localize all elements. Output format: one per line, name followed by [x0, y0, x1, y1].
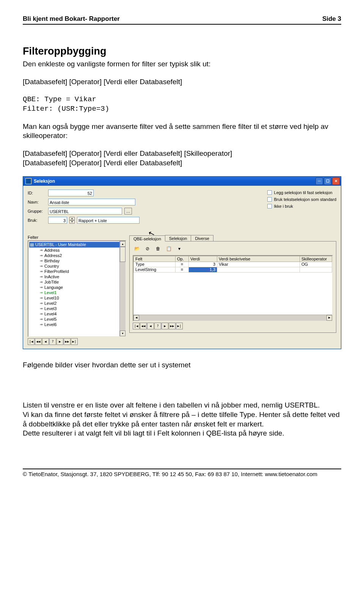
check-label-3: Ikke i bruk — [274, 204, 293, 208]
col-op[interactable]: Op. — [176, 256, 189, 262]
col-felt[interactable]: Felt — [134, 256, 176, 262]
tab-strip: QBE-seleksjon Seleksjon Diverse — [129, 235, 336, 241]
close-button[interactable]: ✕ — [332, 177, 340, 185]
grid-row[interactable]: LevelString = 1,3 — [134, 267, 332, 272]
nav-last-button[interactable]: ▶| — [176, 323, 183, 329]
page-header: Bli kjent med Bokart- Rapporter Side 3 — [23, 15, 341, 25]
minimize-button[interactable]: ─ — [315, 177, 323, 185]
tree-item[interactable]: ⇒Level10 — [29, 295, 125, 301]
delete-icon[interactable]: 🗑 — [154, 245, 162, 253]
syntax-line-2a: [Databasefelt] [Operator] [Verdi eller D… — [23, 149, 341, 158]
tree-scrollbar[interactable]: ▲ ▼ — [119, 241, 126, 336]
nav-prev-page-button[interactable]: ◀◀ — [140, 323, 147, 329]
syntax-line-2b: [Databasefelt] [Operator] [Verdi eller D… — [23, 158, 341, 168]
filter-icon[interactable]: ▾ — [175, 245, 184, 253]
tree-item[interactable]: ⇒Address2 — [29, 253, 125, 258]
tree-root-usertbl[interactable]: ▤ USERTBL - User Maintable — [29, 242, 125, 248]
check-label-2: Bruk tekstseleksjon som standard — [274, 197, 336, 202]
tree-item[interactable]: ⇒Level1 — [29, 290, 125, 295]
table-icon: ▤ — [30, 242, 34, 247]
tree-item[interactable]: ⇒Language — [29, 285, 125, 290]
check-tekstseleksjon[interactable] — [267, 197, 272, 202]
id-label: ID: — [28, 191, 46, 195]
nav-prev-button[interactable]: ◀ — [147, 323, 154, 329]
nav-next-page-button[interactable]: ▶▶ — [64, 338, 71, 345]
app-icon — [25, 178, 31, 184]
scroll-thumb[interactable] — [120, 247, 126, 262]
header-left: Bli kjent med Bokart- Rapporter — [23, 15, 120, 23]
nav-query-button[interactable]: ? — [49, 338, 56, 345]
header-right: Side 3 — [322, 15, 341, 23]
gruppe-input[interactable]: USERTBL — [48, 208, 122, 215]
filter-line: Filter: (USR:Type=3) — [23, 104, 341, 114]
nav-last-button[interactable]: ▶| — [71, 338, 78, 345]
section-title: Filteroppbygging — [23, 45, 341, 57]
qbe-toolbar: 📂 ⊘ 🗑 📋 ▾ — [133, 245, 333, 253]
scroll-left-button[interactable]: ◀ — [133, 315, 139, 321]
tree-item[interactable]: ⇒FilterProfileId — [29, 269, 125, 274]
tree-item[interactable]: ⇒Level5 — [29, 317, 125, 322]
grid-h-scrollbar[interactable]: ◀ ▶ — [133, 315, 332, 321]
body-final-2: Dette resulterer i at valgt felt vil bli… — [23, 429, 341, 438]
scroll-up-button[interactable]: ▲ — [120, 241, 126, 247]
navn-input[interactable]: Ansat-liste — [48, 199, 135, 205]
seleksjon-window: Seleksjon ─ ☐ ✕ ↖ ID: 52 Navn: Ansat-lis… — [23, 176, 341, 349]
syntax-line-1: [Databasefelt] [Operator] [Verdi eller D… — [23, 77, 341, 87]
tree-item[interactable]: ⇒JobTitle — [29, 279, 125, 285]
bruk-spinner[interactable]: ▲▼ — [69, 217, 75, 224]
after-image-text: Følgende bilder viser hvordan dette ser … — [23, 361, 341, 370]
tree-item[interactable]: ⇒Level2 — [29, 301, 125, 306]
tree-item[interactable]: ⇒Level6 — [29, 322, 125, 327]
maximize-button[interactable]: ☐ — [324, 177, 331, 185]
tree-item[interactable]: ⇒Country — [29, 263, 125, 269]
qbe-grid[interactable]: Felt Op. Verdi Verdi beskrivelse Skilleo… — [133, 255, 333, 321]
fields-tree[interactable]: ▤ USERTBL - User Maintable ⇒Address ⇒Add… — [28, 240, 126, 337]
tree-item[interactable]: ⇒Address — [29, 248, 125, 253]
tree-nav-bar: |◀ ◀◀ ◀ ? ▶ ▶▶ ▶| — [28, 338, 126, 345]
gruppe-browse-button[interactable]: … — [124, 208, 132, 215]
nav-first-button[interactable]: |◀ — [133, 323, 140, 329]
bruk-number-input[interactable]: 3 — [48, 217, 67, 224]
open-icon[interactable]: 📂 — [133, 245, 141, 253]
nav-next-button[interactable]: ▶ — [56, 338, 63, 345]
tree-root-label: USERTBL - User Maintable — [35, 242, 86, 247]
scroll-right-button[interactable]: ▶ — [326, 315, 332, 321]
col-besk[interactable]: Verdi beskrivelse — [217, 256, 300, 262]
intro-text: Den enkleste og vanligste formen for fil… — [23, 60, 341, 69]
nav-first-button[interactable]: |◀ — [28, 338, 35, 345]
nav-next-page-button[interactable]: ▶▶ — [169, 323, 176, 329]
nav-prev-page-button[interactable]: ◀◀ — [35, 338, 42, 345]
nav-next-button[interactable]: ▶ — [162, 323, 168, 329]
list-paragraph: Listen til venstre er en liste over alt … — [23, 401, 341, 410]
window-title: Seleksjon — [34, 179, 315, 184]
tree-item[interactable]: ⇒Level3 — [29, 306, 125, 311]
body-final-1: Vi kan da finne det første feltet vi øns… — [23, 410, 341, 429]
grid-nav-bar: |◀ ◀◀ ◀ ? ▶ ▶▶ ▶| — [133, 323, 183, 329]
col-verdi[interactable]: Verdi — [189, 256, 217, 262]
tree-item[interactable]: ⇒InActive — [29, 274, 125, 279]
qbe-line: QBE: Type = Vikar — [23, 95, 341, 104]
check-ikke-i-bruk[interactable] — [267, 204, 272, 208]
title-bar: Seleksjon ─ ☐ ✕ — [23, 177, 341, 186]
nav-prev-button[interactable]: ◀ — [42, 338, 49, 345]
nav-query-button[interactable]: ? — [154, 323, 161, 329]
gruppe-label: Gruppe: — [28, 209, 46, 213]
check-fast-seleksjon[interactable] — [267, 190, 272, 195]
tab-seleksjon[interactable]: Seleksjon — [165, 235, 191, 241]
col-skille[interactable]: Skilleoperator — [300, 256, 332, 262]
selected-cell[interactable]: 1,3 — [189, 267, 217, 272]
scroll-down-button[interactable]: ▼ — [120, 331, 126, 336]
tree-item[interactable]: ⇒Birthday — [29, 258, 125, 263]
navn-label: Navn: — [28, 200, 46, 204]
bruk-label: Bruk: — [28, 218, 46, 223]
id-input[interactable]: 52 — [48, 190, 94, 196]
cancel-icon[interactable]: ⊘ — [143, 245, 152, 253]
tab-qbe-seleksjon[interactable]: QBE-seleksjon — [129, 235, 165, 241]
para-advanced: Man kan også bygge mer avanserte filter … — [23, 122, 341, 141]
bruk-text-input[interactable]: Rapport + Liste — [77, 217, 140, 224]
tree-item[interactable]: ⇒Level4 — [29, 311, 125, 317]
copy-icon[interactable]: 📋 — [165, 245, 173, 253]
felter-label: Felter — [28, 235, 126, 240]
tab-diverse[interactable]: Diverse — [191, 235, 213, 241]
grid-row[interactable]: Type = 3 Vikar OG — [134, 262, 332, 267]
